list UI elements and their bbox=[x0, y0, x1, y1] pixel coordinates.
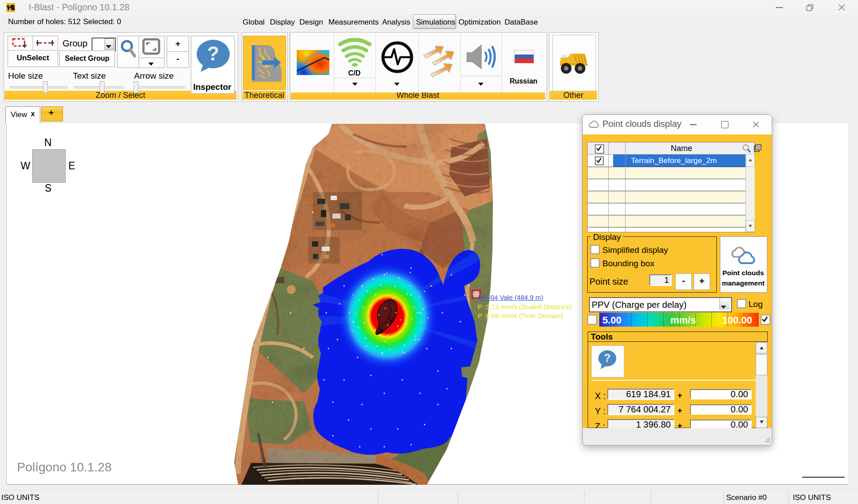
svg-text:?: ? bbox=[207, 42, 219, 64]
svg-text:?: ? bbox=[604, 352, 610, 364]
